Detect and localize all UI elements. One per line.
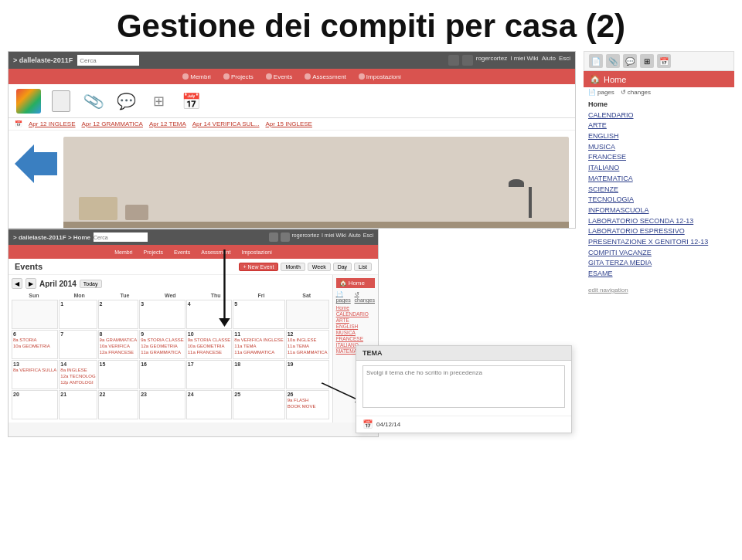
nav-impostazioni[interactable]: Impostazioni: [359, 73, 401, 80]
pages-link[interactable]: 📄 pages: [588, 89, 614, 96]
cal-cell-14[interactable]: 14 8a INGLESE 12a TECNOLOG 12p ANTOLOGI: [59, 360, 97, 389]
sidebar-tool-doc[interactable]: 📄: [589, 54, 603, 68]
sidebar-tool-org[interactable]: ⊞: [640, 54, 654, 68]
cal-sidebar-home[interactable]: Home: [336, 305, 375, 311]
cal-cell-25[interactable]: 25: [233, 390, 284, 419]
cal-cell-2[interactable]: 2: [98, 300, 139, 329]
aiuto-link[interactable]: Aiuto: [542, 55, 556, 66]
tema-date: 04/12/14: [376, 421, 400, 428]
sidebar-nav-arte[interactable]: ARTE: [588, 121, 730, 131]
nav-membri[interactable]: Membri: [182, 73, 211, 80]
event-item-3[interactable]: Apr 12 TEMA: [149, 120, 186, 127]
cal-cell-15[interactable]: 15: [98, 360, 139, 389]
sidebar-nav-english[interactable]: ENGLISH: [588, 132, 730, 141]
cal-aiuto[interactable]: Aiuto: [349, 232, 361, 242]
cal-cell-20[interactable]: 20: [12, 390, 58, 419]
changes-link[interactable]: ↺ changes: [621, 89, 651, 96]
cal-sidebar-musica[interactable]: MUSICA: [336, 330, 375, 335]
sidebar-tool-chat[interactable]: 💬: [623, 54, 637, 68]
cal-search[interactable]: [94, 232, 148, 242]
tema-textarea[interactable]: [362, 365, 565, 408]
cal-cell-17[interactable]: 17: [186, 360, 233, 389]
sidebar-tool-clip[interactable]: 📎: [606, 54, 620, 68]
cal-cell-4[interactable]: 4: [186, 300, 233, 329]
miei-wiki-link[interactable]: I miei Wiki: [510, 55, 538, 66]
pages-label-cal[interactable]: 📄 pages: [336, 291, 352, 303]
cal-nav-events[interactable]: Events: [174, 249, 190, 255]
sidebar-nav-esame[interactable]: ESAME: [588, 270, 730, 279]
cal-cell-10[interactable]: 10 9a STORIA CLASSE 10a GEOMETRIA 11a FR…: [186, 330, 233, 359]
list-button[interactable]: List: [354, 263, 372, 271]
sidebar-nav-tecnologia[interactable]: TECNOLOGIA: [588, 195, 730, 205]
nav-projects[interactable]: Projects: [223, 73, 254, 80]
cal-nav-assessment[interactable]: Assessment: [201, 249, 230, 255]
event-item-2[interactable]: Apr 12 GRAMMATICA: [81, 120, 142, 127]
cal-cell-9[interactable]: 9 9a STORIA CLASSE 12a GEOMETRIA 11a GRA…: [139, 330, 186, 359]
sidebar-nav-matematica[interactable]: MATEMATICA: [588, 175, 730, 184]
wiki-search-top[interactable]: [77, 55, 139, 66]
sidebar-nav-presentazione[interactable]: PRESENTAZIONE X GENITORI 12-13: [588, 238, 730, 247]
sidebar-nav-scienze[interactable]: SCIENZE: [588, 185, 730, 195]
sidebar-nav-italiano[interactable]: ITALIANO: [588, 164, 730, 173]
week-button[interactable]: Week: [308, 263, 331, 271]
cal-cell-1[interactable]: 1: [59, 300, 97, 329]
cal-sidebar-calendario[interactable]: CALENDARIO: [336, 311, 375, 317]
new-event-button[interactable]: + New Event: [239, 263, 279, 271]
cal-sidebar-francese[interactable]: FRANCESE: [336, 336, 375, 341]
cal-cell-13[interactable]: 13 8a VERIFICA SULLA: [12, 360, 58, 389]
cal-cell-6[interactable]: 6 8a STORIA 10a GEOMETRIA: [12, 330, 58, 359]
cal-cell-26[interactable]: 26 9a FLASH BOOK MOVE: [286, 390, 329, 419]
cal-sidebar-arte[interactable]: ARTE: [336, 317, 375, 323]
esci-link[interactable]: Esci: [559, 55, 570, 66]
toolbar-icon-doc[interactable]: [47, 87, 75, 115]
cal-prev-button[interactable]: ◀: [12, 278, 22, 289]
toolbar-icon-org[interactable]: ⊞: [145, 87, 172, 115]
cal-next-button[interactable]: ▶: [26, 278, 36, 289]
cal-cell-22[interactable]: 22: [98, 390, 139, 419]
edit-navigation-link[interactable]: edit navigation: [584, 283, 734, 297]
event-item-1[interactable]: Apr 12 INGLESE: [29, 120, 75, 127]
nav-assessment[interactable]: Assessment: [305, 73, 346, 80]
cal-cell-16[interactable]: 16: [139, 360, 186, 389]
cal-cell-23[interactable]: 23: [139, 390, 186, 419]
desk-lamp: [515, 183, 546, 229]
day-button[interactable]: Day: [333, 263, 352, 271]
cal-imieiwiki[interactable]: I miei Wiki: [322, 232, 346, 242]
changes-label-cal[interactable]: ↺ changes: [355, 291, 375, 303]
toolbar-icon-clip[interactable]: 📎: [80, 87, 107, 115]
cal-esci[interactable]: Esci: [363, 232, 373, 242]
cal-cell-21[interactable]: 21: [59, 390, 97, 419]
events-section-header: Events + New Event Month Week Day List: [9, 259, 378, 275]
toolbar-icon-cal[interactable]: 📅: [177, 87, 205, 115]
cal-cell-18[interactable]: 18: [233, 360, 284, 389]
toolbar-icon-chat[interactable]: 💬: [112, 87, 140, 115]
sidebar-tool-cal[interactable]: 📅: [657, 54, 671, 68]
sidebar-nav-gita[interactable]: GITA TERZA MEDIA: [588, 259, 730, 268]
cal-cell-12[interactable]: 12 10a INGLESE 11a TEMA 11a GRAMMATICA: [286, 330, 329, 359]
cal-cell-7[interactable]: 7: [59, 330, 97, 359]
cal-nav-membri[interactable]: Membri: [114, 249, 132, 255]
sidebar-nav-calendario[interactable]: CALENDARIO: [588, 111, 730, 120]
cal-sidebar-english[interactable]: ENGLISH: [336, 324, 375, 329]
sidebar-nav-home[interactable]: Home: [588, 100, 730, 110]
cal-today-button[interactable]: Today: [80, 280, 102, 288]
cal-cell-3[interactable]: 3: [139, 300, 186, 329]
cal-cell-24[interactable]: 24: [186, 390, 233, 419]
sidebar-nav-laboratorio-seconda[interactable]: LABORATORIO SECONDA 12-13: [588, 217, 730, 226]
sidebar-nav-francese[interactable]: FRANCESE: [588, 153, 730, 162]
cal-nav-impostazioni[interactable]: Impostazioni: [241, 249, 271, 255]
month-button[interactable]: Month: [281, 263, 305, 271]
nav-events[interactable]: Events: [266, 73, 292, 80]
event-item-5[interactable]: Apr 15 INGLESE: [265, 120, 311, 127]
cal-cell-8[interactable]: 8 9a GRAMMATICA 10a VERIFICA 12a FRANCES…: [98, 330, 139, 359]
sidebar-nav-laboratorio-espressivo[interactable]: LABORATORIO ESPRESSIVO: [588, 227, 730, 236]
cal-cell-19[interactable]: 19: [286, 360, 329, 389]
cal-cell-5[interactable]: 5: [233, 300, 284, 329]
cal-nav-projects[interactable]: Projects: [144, 249, 163, 255]
sidebar-nav-musica[interactable]: MUSICA: [588, 143, 730, 152]
event-item-4[interactable]: Apr 14 VERIFICA SUL...: [192, 120, 260, 127]
cal-cell-11[interactable]: 11 8a VERIFICA INGLESE 11a TEMA 11a GRAM…: [233, 330, 284, 359]
sidebar-nav-compiti-vacanze[interactable]: COMPITI VACANZE: [588, 249, 730, 258]
toolbar-icon-colorful[interactable]: [15, 87, 43, 115]
sidebar-nav-informascuola[interactable]: INFORMASCUOLA: [588, 206, 730, 216]
